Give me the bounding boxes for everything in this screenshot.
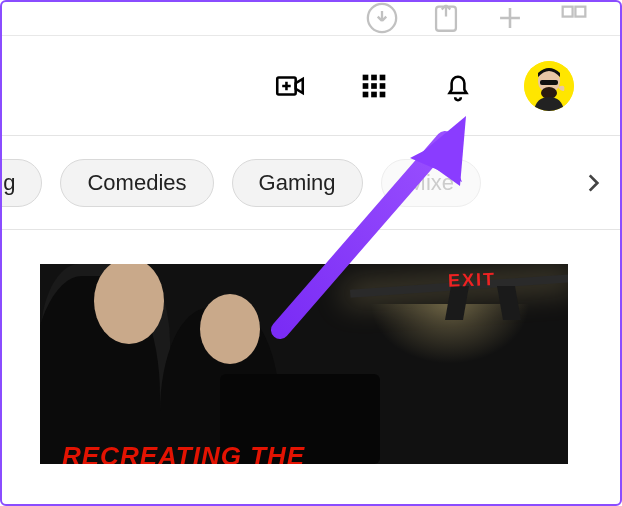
notifications-icon[interactable] xyxy=(440,68,476,104)
tabs-icon[interactable] xyxy=(556,0,592,36)
chips-next-button[interactable] xyxy=(578,168,608,198)
svg-rect-12 xyxy=(371,91,377,97)
chip-label: Gaming xyxy=(259,170,336,195)
chip-label: Mixe xyxy=(408,170,454,195)
svg-rect-5 xyxy=(363,74,369,80)
apps-grid-icon[interactable] xyxy=(356,68,392,104)
thumb-overlay-text: RECREATING THE xyxy=(62,441,305,464)
thumb-bat-ears xyxy=(440,290,526,352)
download-icon[interactable] xyxy=(364,0,400,36)
svg-rect-7 xyxy=(380,74,386,80)
category-chips: ng Comedies Gaming Mixe xyxy=(0,136,622,230)
chip-label: Comedies xyxy=(87,170,186,195)
share-icon[interactable] xyxy=(428,0,464,36)
svg-rect-6 xyxy=(371,74,377,80)
thumb-exit-sign: EXIT xyxy=(448,269,497,292)
svg-rect-3 xyxy=(575,6,585,16)
svg-rect-2 xyxy=(563,6,573,16)
create-video-icon[interactable] xyxy=(272,68,308,104)
svg-rect-11 xyxy=(363,91,369,97)
svg-rect-8 xyxy=(363,83,369,89)
avatar[interactable] xyxy=(524,61,574,111)
chip[interactable]: Gaming xyxy=(232,159,363,207)
svg-rect-16 xyxy=(540,80,558,85)
plus-icon[interactable] xyxy=(492,0,528,36)
thumb-figure-head xyxy=(200,294,260,364)
chip[interactable]: Mixe xyxy=(381,159,481,207)
svg-rect-10 xyxy=(380,83,386,89)
chip-label: ng xyxy=(0,170,15,195)
svg-rect-9 xyxy=(371,83,377,89)
app-header xyxy=(0,36,622,136)
chip[interactable]: Comedies xyxy=(60,159,213,207)
chip[interactable]: ng xyxy=(0,159,42,207)
content-area: EXIT RECREATING THE xyxy=(0,230,622,464)
browser-toolbar xyxy=(0,0,622,36)
svg-rect-13 xyxy=(380,91,386,97)
video-thumbnail[interactable]: EXIT RECREATING THE xyxy=(40,264,568,464)
